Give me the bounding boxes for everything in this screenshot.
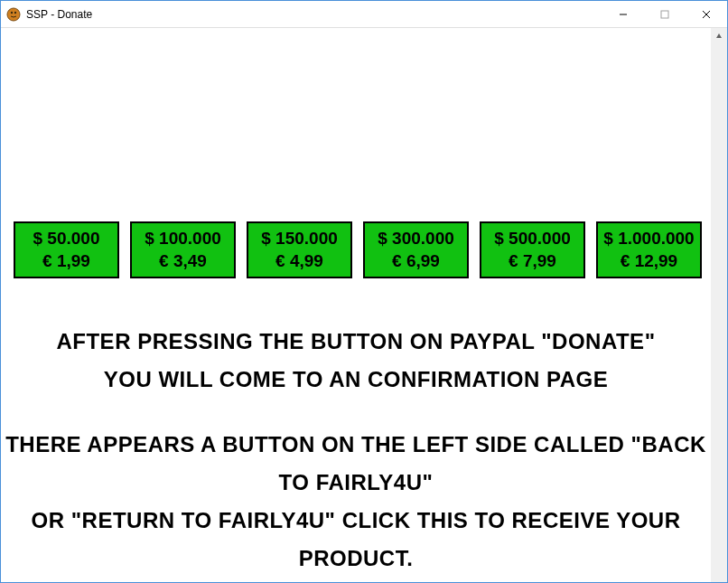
app-icon [6, 7, 21, 22]
scroll-up-icon[interactable] [711, 28, 727, 44]
donate-eur: € 6,99 [392, 250, 440, 273]
donate-eur: € 1,99 [42, 250, 90, 273]
titlebar: SSP - Donate [1, 1, 727, 28]
instruction-paragraph-2: There appears a button on the left side … [1, 426, 711, 578]
svg-point-2 [14, 11, 16, 13]
instruction-line: After pressing the button on paypal "Don… [1, 323, 711, 361]
donate-option-2[interactable]: $ 100.000 € 3,49 [130, 221, 236, 278]
donate-eur: € 7,99 [509, 250, 556, 273]
content-area: $ 50.000 € 1,99 $ 100.000 € 3,49 $ 150.0… [1, 28, 711, 582]
svg-marker-7 [716, 33, 722, 38]
maximize-button[interactable] [644, 1, 686, 28]
instruction-line: or "return to fairly4u" click this to re… [1, 502, 711, 578]
window-title: SSP - Donate [26, 8, 92, 21]
svg-point-0 [7, 8, 20, 21]
donate-option-6[interactable]: $ 1.000.000 € 12,99 [596, 221, 702, 278]
minimize-button[interactable] [602, 1, 644, 28]
donate-eur: € 12,99 [621, 250, 677, 273]
vertical-scrollbar[interactable] [711, 28, 727, 582]
donate-option-5[interactable]: $ 500.000 € 7,99 [480, 221, 585, 278]
donate-usd: $ 100.000 [145, 228, 221, 250]
instruction-line: you will come to an confirmation page [1, 361, 711, 399]
app-window: SSP - Donate $ 50.000 € 1,99 $ 100.000 [0, 0, 728, 583]
svg-rect-4 [661, 11, 668, 18]
donate-usd: $ 500.000 [494, 228, 571, 250]
instruction-line: There appears a button on the left side … [1, 426, 711, 502]
donate-usd: $ 300.000 [378, 228, 454, 250]
close-button[interactable] [686, 1, 727, 28]
donate-buttons-row: $ 50.000 € 1,99 $ 100.000 € 3,49 $ 150.0… [14, 221, 702, 278]
instruction-paragraph-1: After pressing the button on paypal "Don… [1, 323, 711, 399]
donate-eur: € 4,99 [275, 250, 323, 273]
donate-usd: $ 50.000 [33, 228, 100, 250]
window-controls [602, 1, 727, 28]
donate-option-1[interactable]: $ 50.000 € 1,99 [14, 221, 119, 278]
donate-option-4[interactable]: $ 300.000 € 6,99 [363, 221, 469, 278]
donate-option-3[interactable]: $ 150.000 € 4,99 [247, 221, 352, 278]
svg-point-1 [11, 11, 13, 13]
donate-usd: $ 150.000 [261, 228, 338, 250]
donate-eur: € 3,49 [159, 250, 207, 273]
donate-usd: $ 1.000.000 [603, 228, 694, 250]
